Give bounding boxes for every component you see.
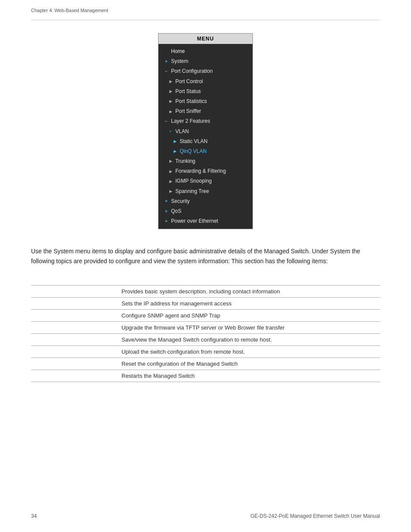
arrow-icon: ▶ (168, 78, 173, 84)
table-cell-label (31, 346, 117, 358)
menu-container: MENU Home + System − Port Configuration … (0, 33, 411, 229)
arrow-blue-icon: ▶ (172, 148, 177, 154)
menu-item-layer2-features[interactable]: − Layer 2 Features (159, 116, 252, 126)
menu-item-security[interactable]: + Security (159, 196, 252, 206)
table-cell-desc: Provides basic system description, inclu… (117, 286, 380, 298)
table-cell-desc: Upgrade the firmware via TFTP server or … (117, 322, 380, 334)
menu-item-label: Port Sniffer (175, 107, 201, 115)
menu-items: Home + System − Port Configuration ▶ Por… (159, 44, 252, 229)
table-row: Save/view the Managed Switch configurati… (31, 334, 380, 346)
plus-icon: + (164, 198, 169, 205)
table-cell-label (31, 310, 117, 322)
table-cell-desc: Restarts the Managed Switch (117, 370, 380, 382)
menu-item-label: System (171, 57, 188, 65)
plus-icon: + (164, 208, 169, 215)
menu-box: MENU Home + System − Port Configuration … (158, 33, 253, 229)
chapter-label: Chapter 4: Web-Based Management (31, 8, 108, 13)
product-name: GE-DS-242-PoE Managed Ethernet Switch Us… (250, 513, 380, 519)
table-cell-desc: Upload the switch configuration from rem… (117, 346, 380, 358)
table-row: Sets the IP address for management acces… (31, 298, 380, 310)
plus-icon: + (164, 58, 169, 65)
description-paragraph: Use the System menu items to display and… (31, 246, 380, 266)
menu-item-spanning-tree[interactable]: ▶ Spanning Tree (159, 187, 252, 196)
menu-item-label: Port Configuration (171, 67, 213, 75)
page-header: Chapter 4: Web-Based Management (0, 0, 411, 16)
table-row: Provides basic system description, inclu… (31, 286, 380, 298)
table-cell-desc: Configure SNMP agent and SNMP Trap (117, 310, 380, 322)
menu-item-label: IGMP Snooping (175, 177, 212, 185)
menu-item-trunking[interactable]: ▶ Trunking (159, 156, 252, 166)
menu-item-port-configuration[interactable]: − Port Configuration (159, 66, 252, 76)
menu-item-port-status[interactable]: ▶ Port Status (159, 87, 252, 96)
body-text: Use the System menu items to display and… (0, 246, 411, 266)
plus-icon: + (164, 218, 169, 225)
menu-item-label: Port Statistics (175, 97, 207, 106)
arrow-icon: ▶ (168, 168, 173, 174)
table-row: Upgrade the firmware via TFTP server or … (31, 322, 380, 334)
menu-item-qinq-vlan[interactable]: ▶ QinQ VLAN (159, 146, 252, 156)
arrow-icon: ▶ (168, 158, 173, 164)
menu-item-port-sniffer[interactable]: ▶ Port Sniffer (159, 106, 252, 116)
menu-item-label: Port Control (175, 78, 203, 86)
menu-item-port-statistics[interactable]: ▶ Port Statistics (159, 96, 252, 106)
menu-item-poe[interactable]: + Power over Ethernet (159, 216, 252, 226)
menu-item-vlan[interactable]: − VLAN (159, 127, 252, 137)
page-wrapper: Chapter 4: Web-Based Management MENU Hom… (0, 0, 411, 532)
menu-item-label: Security (171, 197, 190, 205)
table-cell-label (31, 286, 117, 298)
table-cell-desc: Reset the configuration of the Managed S… (117, 358, 380, 370)
arrow-icon: ▶ (168, 109, 173, 115)
menu-item-port-control[interactable]: ▶ Port Control (159, 77, 252, 87)
table-cell-label (31, 322, 117, 334)
arrow-icon: ▶ (168, 88, 173, 94)
menu-item-igmp-snooping[interactable]: ▶ IGMP Snooping (159, 176, 252, 186)
table-cell-label (31, 370, 117, 382)
menu-item-label: Trunking (175, 157, 195, 165)
page-number: 34 (31, 513, 37, 519)
minus-icon: − (164, 68, 169, 75)
table-row: Reset the configuration of the Managed S… (31, 358, 380, 370)
info-table: Provides basic system description, inclu… (31, 285, 380, 382)
menu-item-label: QoS (171, 207, 181, 215)
arrow-icon: ▶ (168, 188, 173, 194)
menu-item-label: Power over Ethernet (171, 217, 218, 225)
menu-item-label: VLAN (175, 128, 189, 136)
menu-item-label: Layer 2 Features (171, 117, 210, 125)
top-divider (31, 20, 380, 20)
arrow-blue-icon: ▶ (172, 138, 177, 144)
table-row: Configure SNMP agent and SNMP Trap (31, 310, 380, 322)
menu-title: MENU (159, 34, 252, 44)
menu-item-label: Spanning Tree (175, 187, 209, 196)
minus-icon: − (164, 118, 169, 125)
menu-item-label: Port Status (175, 87, 201, 96)
table-cell-label (31, 298, 117, 310)
menu-item-static-vlan[interactable]: ▶ Static VLAN (159, 137, 252, 146)
menu-item-label: Forwarding & Filtering (175, 167, 226, 175)
table-row: Restarts the Managed Switch (31, 370, 380, 382)
table-cell-desc: Sets the IP address for management acces… (117, 298, 380, 310)
page-footer: 34 GE-DS-242-PoE Managed Ethernet Switch… (0, 513, 411, 519)
menu-item-label: QinQ VLAN (180, 147, 207, 156)
menu-item-label: Home (171, 47, 185, 56)
table-cell-label (31, 358, 117, 370)
menu-item-label: Static VLAN (180, 137, 208, 146)
arrow-icon: ▶ (168, 178, 173, 184)
table-cell-label (31, 334, 117, 346)
menu-item-system[interactable]: + System (159, 56, 252, 66)
minus-icon: − (168, 128, 173, 135)
menu-item-qos[interactable]: + QoS (159, 206, 252, 216)
menu-item-forwarding-filtering[interactable]: ▶ Forwarding & Filtering (159, 166, 252, 176)
arrow-icon: ▶ (168, 98, 173, 104)
table-row: Upload the switch configuration from rem… (31, 346, 380, 358)
menu-item-home[interactable]: Home (159, 47, 252, 56)
table-cell-desc: Save/view the Managed Switch configurati… (117, 334, 380, 346)
